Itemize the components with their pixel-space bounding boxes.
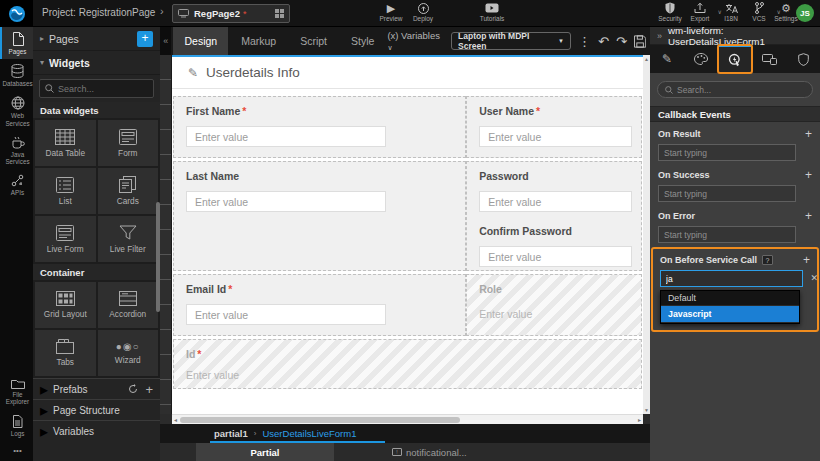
scroll-right-icon[interactable]: ▸ [638,416,641,423]
events-search[interactable] [657,81,813,98]
tab-properties[interactable]: ✎ [650,45,684,73]
undo-icon[interactable]: ↶ [598,35,609,48]
rail-bottom-group: File Explorer Logs ••• [0,373,33,459]
widget-live-filter[interactable]: Live Filter [98,216,159,262]
rail-item-pages[interactable]: Pages [0,27,33,59]
password-input[interactable] [479,191,632,212]
confirm-password-input[interactable] [479,246,632,267]
wavemaker-logo[interactable] [0,0,33,27]
preview-button[interactable]: ▶ Preview [374,2,408,22]
scroll-up-icon[interactable]: ▲ [644,56,649,62]
device-dropdown[interactable]: Laptop with MDPI Screen▼ [451,32,571,50]
add-page-button[interactable]: + [137,31,153,47]
email-id-input[interactable] [186,304,386,325]
refresh-icon[interactable] [128,384,138,394]
tab-security[interactable] [786,45,820,73]
pages-grid-icon[interactable] [275,9,284,18]
widget-form[interactable]: Form [98,120,159,166]
tutorials-button[interactable]: Tutorials [475,2,509,22]
active-indicator [210,441,385,443]
clear-input-icon[interactable]: ✕ [810,273,818,283]
redo-icon[interactable]: ↷ [616,35,627,48]
scroll-down-icon[interactable]: ▼ [644,407,649,413]
collapse-panel-button[interactable]: « [160,27,171,55]
rail-item-databases[interactable]: Databases [0,59,33,91]
on-error-input[interactable] [658,226,796,243]
field-role-hidden[interactable]: Role Enter value [466,274,642,336]
widget-cards[interactable]: Cards [98,168,159,214]
form-title-bar[interactable]: ✎ Userdetails Info [172,57,643,89]
project-chevron-icon: › [160,5,164,17]
design-canvas[interactable]: ✎ Userdetails Info First Name* User Name… [172,55,643,414]
widget-search[interactable] [39,79,154,98]
last-name-input[interactable] [186,191,386,212]
rail-more-button[interactable]: ••• [0,441,33,459]
field-email-id[interactable]: Email Id* [173,274,466,336]
field-password-group[interactable]: Password Confirm Password [466,161,642,271]
before-call-input[interactable] [660,270,803,287]
variables-dropdown[interactable]: (x) Variables ∨ [387,30,444,52]
widget-live-form[interactable]: Live Form [35,216,96,262]
hscroll-thumb[interactable] [180,417,460,423]
tab-notification[interactable]: ! notificational... [392,443,467,461]
first-name-input[interactable] [186,126,386,147]
add-prefab-button[interactable]: + [145,382,153,397]
help-icon[interactable]: ? [762,255,773,265]
user-name-input[interactable] [479,126,632,147]
rail-item-web-services[interactable]: Web Services [0,91,33,130]
breadcrumb-separator-icon: › [254,429,257,438]
add-before-call-button[interactable]: + [803,254,810,266]
events-search-input[interactable] [677,85,787,95]
widgets-section-header[interactable]: ▾ Widgets [33,51,160,75]
on-success-input[interactable] [658,185,796,202]
page-selector[interactable]: RegPage2 * [172,4,290,23]
pages-section-header[interactable]: ▸ Pages + [33,27,160,51]
field-id-hidden[interactable]: Id* Enter value [173,339,642,389]
widget-accordion[interactable]: Accordion [98,282,159,328]
rail-item-java-services[interactable]: Java Services [0,131,33,169]
rail-item-apis[interactable]: APIs [0,169,33,200]
field-first-name[interactable]: First Name* [173,96,466,158]
widget-grid-layout[interactable]: Grid Layout [35,282,96,328]
add-on-result-button[interactable]: + [805,128,812,140]
export-button[interactable]: Export ∨ [683,2,717,22]
field-last-name[interactable]: Last Name [173,161,466,271]
tab-style[interactable]: Style [340,27,385,55]
save-icon[interactable] [634,35,646,48]
tab-partial[interactable]: Partial [196,443,334,461]
tab-markup[interactable]: Markup [230,27,287,55]
breadcrumb-root[interactable]: partial1 [214,428,248,439]
widget-search-input[interactable] [58,84,148,94]
user-avatar[interactable]: JS [796,4,814,22]
tab-script[interactable]: Script [289,27,338,55]
tab-styles[interactable] [684,45,718,73]
rail-item-file-explorer[interactable]: File Explorer [0,373,33,409]
page-structure-header[interactable]: ▸ Page Structure [33,399,160,420]
canvas-horizontal-scrollbar[interactable]: ◂ ▸ [172,414,643,424]
add-on-success-button[interactable]: + [805,169,812,181]
more-options-icon[interactable]: ⋮ [578,35,591,48]
canvas-vertical-scrollbar[interactable]: ▲▼ [643,55,650,414]
form-row-3: Email Id* Role Enter value [173,274,642,336]
widget-list[interactable]: List [35,168,96,214]
security-button[interactable]: Security [653,2,687,22]
widget-tabs[interactable]: Tabs [35,330,96,376]
tab-devices[interactable] [752,45,786,73]
rail-item-logs[interactable]: Logs [0,410,33,441]
widget-wizard[interactable]: ●◉○ Wizard [98,330,159,376]
add-on-error-button[interactable]: + [805,210,812,222]
on-result-input[interactable] [658,144,796,161]
tab-design[interactable]: Design [173,27,228,55]
collapse-right-panel-icon[interactable]: » [657,31,662,41]
option-javascript[interactable]: Javascript [661,306,799,323]
tab-events[interactable] [718,45,752,73]
deploy-button[interactable]: Deploy [406,2,440,22]
prefabs-section-header[interactable]: ▸ Prefabs + [33,378,160,399]
field-user-name[interactable]: User Name* [466,96,642,158]
widget-data-table[interactable]: Data Table [35,120,96,166]
scroll-left-icon[interactable]: ◂ [174,416,177,423]
breadcrumb-current[interactable]: UserDetailsLiveForm1 [262,428,356,439]
event-on-error: On Error + [650,204,820,245]
option-default[interactable]: Default [661,291,799,306]
variables-section-header[interactable]: ▸ Variables [33,420,160,441]
